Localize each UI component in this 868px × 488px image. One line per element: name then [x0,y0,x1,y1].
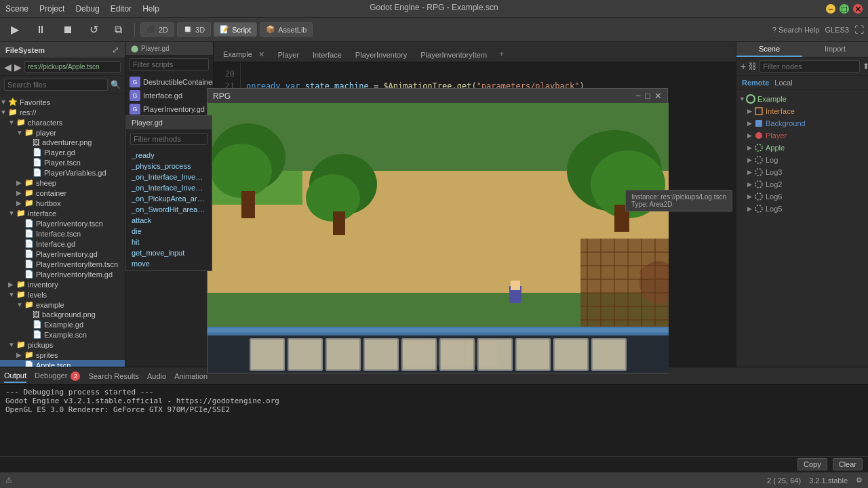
remote-scene-button[interactable]: ⧉ [108,22,129,38]
filesystem-search-input[interactable] [4,79,108,91]
list-item[interactable]: _on_SwordHit_area_ente [126,204,212,215]
inventory-slot[interactable] [363,338,399,371]
tab-audio[interactable]: Audio [147,370,166,382]
menu-debug[interactable]: Debug [75,4,99,14]
list-item[interactable]: G DestructibleContainer.gd [125,75,213,89]
scene-node-log2[interactable]: ▶ Log2 📷 🔒 👁 [736,178,868,190]
scene-node-interface[interactable]: ▶ Interface 📷 🔒 👁 [736,105,868,117]
eye-action-button[interactable]: 👁 [859,144,865,152]
camera-action-button[interactable]: 📷 [840,193,848,201]
camera-action-button[interactable]: 📷 [840,205,848,213]
list-item[interactable]: ▼ 📁 player [0,127,125,138]
list-item[interactable]: ▼ 📁 example [0,300,125,310]
scene-node-log6[interactable]: ▶ Log6 📷 🔒 👁 [736,190,868,203]
list-item[interactable]: G Interface.gd [125,89,213,102]
list-item[interactable]: ▼ 📁 pickups [0,340,125,350]
list-item[interactable]: 🖼 adventurer.png [0,138,125,147]
game-minimize-button[interactable]: − [635,91,641,101]
lock-action-button[interactable]: 🔒 [849,181,857,188]
lock-action-button[interactable]: 🔒 [849,157,857,164]
filesystem-path[interactable]: res://pickups/Apple.tscn [24,61,121,73]
scene-search-input[interactable] [760,60,860,73]
list-item[interactable]: _on_PickupArea_area_en [126,193,212,204]
eye-action-button[interactable]: 👁 [859,193,865,201]
inventory-slot[interactable] [553,338,589,371]
list-item[interactable]: _physics_process [126,161,212,171]
list-item[interactable]: 📄 Example.gd [0,319,125,329]
list-item[interactable]: die [126,226,212,237]
fullscreen-button[interactable]: ⛶ [854,24,864,35]
remote-button[interactable]: Remote [742,79,769,87]
local-button[interactable]: Local [774,79,792,87]
camera-action-button[interactable]: 📷 [840,169,848,176]
list-item[interactable]: get_move_input [126,247,212,258]
camera-action-button[interactable]: 📷 [840,108,848,115]
inventory-slot[interactable] [515,338,551,371]
scripts-filter-input[interactable] [130,58,209,70]
minimize-button[interactable]: − [826,4,835,14]
tab-3d[interactable]: 🔲 3D [177,22,211,37]
clear-button[interactable]: Clear [833,458,863,470]
scene-up-button[interactable]: ⬆ [863,62,868,71]
methods-filter-input[interactable] [130,133,208,145]
list-item[interactable]: ▼ 📁 characters [0,117,125,127]
eye-action-button[interactable]: 👁 [859,169,865,176]
eye-action-button[interactable]: 👁 [859,205,865,213]
list-item[interactable]: ▼ 📁 interface [0,208,125,218]
settings-icon[interactable]: ⚙ [856,476,863,485]
search-help-label[interactable]: ? Search Help [772,26,820,34]
camera-action-button[interactable]: 📷 [840,132,848,140]
inventory-slot[interactable] [288,338,323,371]
tab-animation[interactable]: Animation [174,370,208,382]
copy-button[interactable]: Copy [797,458,827,470]
list-item[interactable]: _on_Interface_Inventory_ [126,171,212,182]
tab-scene[interactable]: Scene [736,42,802,57]
menu-scene[interactable]: Scene [5,4,28,14]
lock-action-button[interactable]: 🔒 [849,120,857,127]
list-item[interactable]: ▼ 📁 levels [0,289,125,300]
add-tab-button[interactable]: + [494,47,509,62]
list-item[interactable]: ▶ 📁 inventory [0,279,125,289]
menu-project[interactable]: Project [39,4,64,14]
lock-action-button[interactable]: 🔒 [849,193,857,201]
list-item[interactable]: 📄 Player.gd [0,147,125,157]
tab-player[interactable]: Player [271,47,306,62]
lock-action-button[interactable]: 🔒 [849,108,857,115]
list-item[interactable]: 📄 Player.tscn [0,157,125,167]
filesystem-expand-button[interactable]: ⤢ [112,45,119,55]
tab-playerinventory[interactable]: PlayerInventory [349,47,414,62]
list-item[interactable]: 🖼 background.png [0,310,125,319]
list-item[interactable]: ▶ 📁 hurtbox [0,198,125,208]
tab-example[interactable]: Example ✕ [216,47,271,62]
game-maximize-button[interactable]: □ [645,91,650,101]
list-item[interactable]: 📄 PlayerInventory.gd [0,249,125,259]
list-item[interactable]: 📄 Interface.gd [0,239,125,249]
list-item[interactable]: move [126,258,212,269]
scene-node-example[interactable]: ▼ Example [736,93,868,105]
inventory-slot[interactable] [477,338,513,371]
lock-action-button[interactable]: 🔒 [849,169,857,176]
play-button[interactable]: ▶ [4,21,26,38]
eye-action-button[interactable]: 👁 [859,120,865,127]
list-item[interactable]: ▼ 📁 res:// [0,107,125,117]
link-button[interactable]: ⛓ [749,62,757,71]
tab-assetlib[interactable]: 📦 AssetLib [260,22,313,37]
list-item[interactable]: ▶ 📁 sheep [0,178,125,188]
inventory-slot[interactable] [250,338,285,371]
scene-node-apple[interactable]: ▶ Apple 📷 🔒 👁 [736,142,868,154]
fs-back-button[interactable]: ◀ [4,62,12,73]
eye-action-button[interactable]: 👁 [859,132,865,140]
tab-output[interactable]: Output [4,369,26,383]
tab-2d[interactable]: ⬛ 2D [140,22,174,37]
tab-playerinventoryitem[interactable]: PlayerInventoryItem [414,47,494,62]
list-item[interactable]: hit [126,237,212,247]
tab-script[interactable]: 📝 Script [214,22,257,37]
list-item[interactable]: _on_Interface_Inventory [126,182,212,193]
list-item[interactable]: G PlayerInventory.gd [125,102,213,116]
tab-interface[interactable]: Interface [306,47,349,62]
scene-node-player[interactable]: ▶ Player 📷 🔒 👁 [736,129,868,142]
scene-node-background[interactable]: ▶ Background 📷 🔒 👁 [736,117,868,129]
tab-search-results[interactable]: Search Results [88,370,139,382]
list-item[interactable]: 📄 PlayerInventory.tscn [0,218,125,228]
lock-action-button[interactable]: 🔒 [849,144,857,152]
